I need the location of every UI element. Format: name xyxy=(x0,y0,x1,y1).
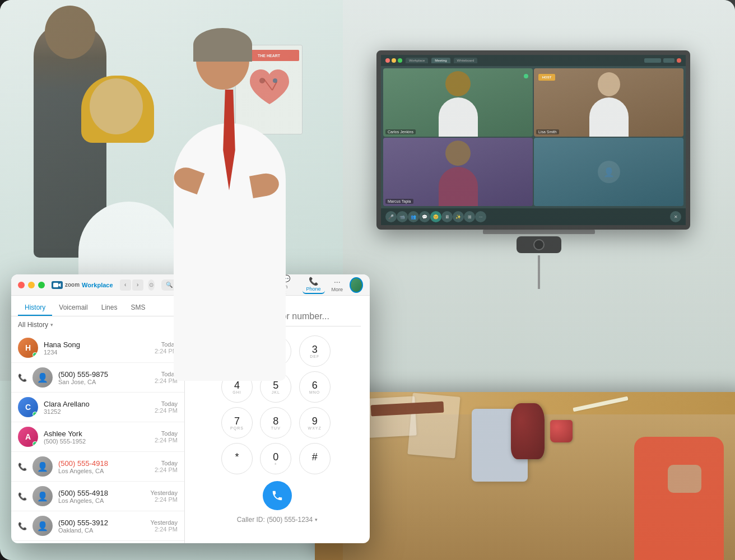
poster-heart-svg xyxy=(244,65,295,115)
tab-history[interactable]: History xyxy=(18,300,52,316)
call-sub: 1234 xyxy=(44,349,149,356)
nav-forward-btn[interactable]: › xyxy=(132,279,143,291)
user-avatar-btn[interactable] xyxy=(350,277,363,293)
call-sub: Los Angeles, CA xyxy=(58,497,145,504)
maximize-window-btn[interactable] xyxy=(38,282,45,288)
call-item[interactable]: 📞 👤 (500) 555-9875 San Jose, CA Today 2:… xyxy=(11,363,184,393)
dial-main-7: 7 xyxy=(234,416,240,426)
call-type-icon: 📞 xyxy=(18,492,27,501)
call-info: Clara Arellano 31252 xyxy=(44,400,149,415)
filter-label: All History xyxy=(18,321,48,329)
tv-camera xyxy=(517,236,561,253)
nav-back-btn[interactable]: ‹ xyxy=(120,279,131,291)
call-sub: 31252 xyxy=(44,408,149,415)
call-date: Today xyxy=(155,400,178,407)
zoom-tv-tab-whiteboard: Whiteboard xyxy=(454,58,478,63)
dial-btn-6[interactable]: 6 MNO xyxy=(299,371,331,403)
caller-id-row[interactable]: Caller ID: (500) 555-1234 ▾ xyxy=(237,516,318,524)
call-time: Yesterday 2:24 PM xyxy=(150,519,178,533)
ai-btn: ✨ xyxy=(453,211,464,222)
dial-main-3: 3 xyxy=(312,344,318,354)
tab-voicemail[interactable]: Voicemail xyxy=(52,300,94,316)
dial-sub-5: JKL xyxy=(272,390,280,394)
participant-1-label: Carlos Jenkins xyxy=(385,129,416,134)
call-item[interactable]: 📞 👤 (500) 555-4918 Los Angeles, CA Today… xyxy=(11,452,184,482)
call-type-icon: 📞 xyxy=(18,522,27,530)
app-logo: zoom Workplace xyxy=(52,281,113,289)
call-sub: Los Angeles, CA xyxy=(58,468,149,474)
tv-mount: Workplace Meeting Whiteboard xyxy=(376,50,701,289)
avatar-unknown-3: 👤 xyxy=(32,486,53,506)
call-action-icon xyxy=(271,489,283,502)
dial-btn-9[interactable]: 9 WXYZ xyxy=(299,407,331,438)
call-time: Today 2:24 PM xyxy=(155,400,178,414)
zoom-controls-bar: 🎤 📹 👥 💬 😊 🖥 ✨ ⊞ ··· ✕ xyxy=(381,208,686,225)
dial-sub-6: MNO xyxy=(309,390,320,394)
call-hour: 2:24 PM xyxy=(150,526,178,533)
video-participant-2: HOST Lisa Smith xyxy=(534,68,683,137)
dial-btn-3[interactable]: 3 DEF xyxy=(299,335,331,367)
call-time: Today 2:24 PM xyxy=(155,430,178,444)
avatar-initial: 👤 xyxy=(32,456,53,477)
call-sub: Oakland, CA xyxy=(58,527,145,534)
tab-sms[interactable]: SMS xyxy=(124,300,152,316)
tab-lines[interactable]: Lines xyxy=(95,300,124,316)
dial-sub-3: DEF xyxy=(310,354,319,358)
dial-btn-hash[interactable]: # xyxy=(299,443,331,474)
svg-rect-4 xyxy=(53,283,58,287)
figure-2-head xyxy=(90,78,143,134)
dial-btn-star[interactable]: * xyxy=(221,443,253,474)
call-time: Yesterday 2:24 PM xyxy=(150,489,178,503)
share-btn: 🖥 xyxy=(441,211,453,222)
logo-zoom-text: zoom xyxy=(65,282,80,288)
more-icon: ··· xyxy=(334,277,341,286)
call-hour: 2:24 PM xyxy=(155,437,178,444)
person-red-hand xyxy=(668,465,701,493)
call-item[interactable]: 📞 👤 (500) 555-3912 Oakland, CA Yesterday… xyxy=(11,511,184,541)
dial-btn-0[interactable]: 0 + xyxy=(260,443,291,474)
video-participant-3: Marcus Tapia xyxy=(383,138,533,206)
call-name: (500) 555-3912 xyxy=(58,519,145,527)
video-participant-4: 👤 xyxy=(534,138,683,206)
react-btn: 😊 xyxy=(430,211,441,222)
nav-phone-btn[interactable]: 📞 Phone xyxy=(303,276,325,294)
dial-btn-7[interactable]: 7 PQRS xyxy=(221,407,253,438)
filter-dropdown[interactable]: All History ▾ xyxy=(18,321,53,329)
nav-more-btn[interactable]: ··· More xyxy=(327,276,348,293)
dial-sub-4: GHI xyxy=(232,390,241,394)
dial-main-9: 9 xyxy=(312,416,318,426)
call-name: Ashlee York xyxy=(44,430,149,438)
call-item[interactable]: 📞 👤 (500) 555-9318 San Francisco, CA 2/2… xyxy=(11,541,184,543)
avatar-initial: 👤 xyxy=(32,486,53,506)
avatar-hana-song: H xyxy=(18,338,38,358)
history-btn[interactable]: ⊙ xyxy=(148,279,155,291)
figure-1-head xyxy=(45,6,95,59)
left-panel: History Voicemail Lines SMS All History … xyxy=(11,296,185,543)
call-type-icon: 📞 xyxy=(18,374,27,382)
participants-btn: 👥 xyxy=(408,211,419,222)
dial-btn-8[interactable]: 8 TUV xyxy=(260,407,291,438)
svg-point-3 xyxy=(273,78,277,83)
dial-sub-8: TUV xyxy=(271,426,281,430)
call-name: Hana Song xyxy=(44,340,149,349)
apps-btn: ⊞ xyxy=(464,211,475,222)
zoom-camera-icon xyxy=(53,282,61,288)
dial-main-4: 4 xyxy=(234,380,240,390)
dial-sub-hash xyxy=(314,462,315,466)
call-info: Hana Song 1234 xyxy=(44,340,149,356)
call-item[interactable]: C Clara Arellano 31252 Today 2:24 PM xyxy=(11,393,184,422)
call-info: (500) 555-4918 Los Angeles, CA xyxy=(58,489,145,504)
call-info: (500) 555-3912 Oakland, CA xyxy=(58,519,145,534)
call-item[interactable]: A Ashlee York (500) 555-1952 Today 2:24 … xyxy=(11,422,184,452)
wall-bracket xyxy=(538,255,540,289)
dial-main-0: 0 xyxy=(273,452,278,462)
call-item[interactable]: H Hana Song 1234 Today 2:24 PM xyxy=(11,333,184,363)
avatar-unknown-1: 👤 xyxy=(32,367,53,388)
dial-sub-0: + xyxy=(275,462,277,466)
call-sub: San Jose, CA xyxy=(58,379,149,385)
person-red-sleeve xyxy=(634,437,724,560)
close-window-btn[interactable] xyxy=(18,282,25,288)
call-item[interactable]: 📞 👤 (500) 555-4918 Los Angeles, CA Yeste… xyxy=(11,482,184,511)
call-action-btn[interactable] xyxy=(263,481,292,510)
minimize-window-btn[interactable] xyxy=(28,282,35,288)
